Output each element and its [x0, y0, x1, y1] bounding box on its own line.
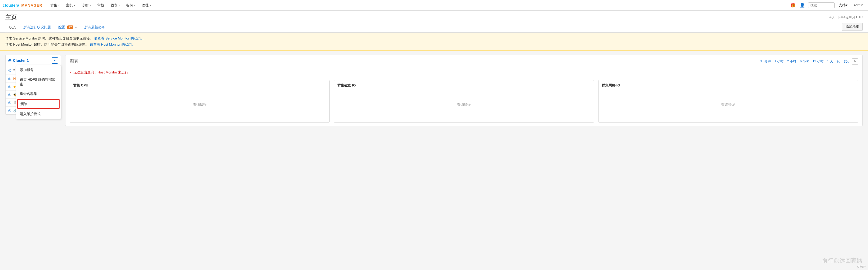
- tab-config[interactable]: 配置 27 ▾: [55, 23, 81, 32]
- nav-right-area: 🎁 👤 支持 ▾ admin: [789, 2, 865, 9]
- tabs-row: 状态 所有运行状况问题 配置 27 ▾ 所有最新命令 添加群集: [5, 23, 863, 32]
- time-btn-1h[interactable]: 1 小时: [773, 59, 784, 64]
- time-btn-30d[interactable]: 30d: [843, 59, 850, 64]
- cluster-status-icon: ◎: [8, 58, 11, 62]
- chevron-down-icon: ▾: [74, 4, 75, 7]
- nav-host[interactable]: 主机 ▾: [63, 0, 78, 10]
- time-btn-12h[interactable]: 12 小时: [812, 59, 825, 64]
- support-button[interactable]: 支持 ▾: [837, 2, 850, 9]
- search-input[interactable]: [808, 2, 835, 8]
- edit-charts-button[interactable]: ✎: [852, 58, 858, 65]
- service-status-icon: ◎: [8, 85, 11, 88]
- nav-diagnostic[interactable]: 诊断 ▾: [79, 0, 94, 10]
- chart-card-disk: 群集磁盘 IO 查询错误: [334, 80, 594, 123]
- tab-commands[interactable]: 所有最新命令: [81, 23, 108, 32]
- warning-host-monitor: 请求 Host Monitor 超时。这可能会导致页面响应缓慢。 请查看 Hos…: [5, 42, 863, 48]
- chevron-down-icon: ▾: [58, 4, 60, 7]
- cluster-dropdown-button[interactable]: ▾: [52, 57, 58, 64]
- nav-manage[interactable]: 管理 ▾: [139, 0, 154, 10]
- chevron-down-icon: ▾: [150, 4, 151, 7]
- page-time: 今天, 下午4点48分 UTC: [829, 15, 863, 20]
- nav-backup[interactable]: 备份 ▾: [123, 0, 138, 10]
- host-monitor-link[interactable]: 请查看 Host Monitor 的状态。: [90, 43, 135, 47]
- chart-error-banner: • 无法发出查询：Host Monitor 未运行: [70, 68, 858, 77]
- chart-cpu-error: 查询错误: [73, 90, 326, 119]
- dropdown-maintenance[interactable]: 进入维护模式: [16, 109, 61, 119]
- chevron-down-icon: ▾: [134, 4, 135, 7]
- time-btn-6h[interactable]: 6 小时: [799, 59, 810, 64]
- hdfs-icon: ◆: [13, 85, 16, 88]
- hbase-icon: H: [13, 77, 16, 81]
- warning-service-monitor: 请求 Service Monitor 超时。这可能会导致页面响应缓慢。 请查看 …: [5, 35, 863, 42]
- time-btn-1d[interactable]: 1 天: [826, 59, 834, 64]
- logo-cloudera: cloudera: [3, 3, 19, 7]
- dropdown-hdfs-encrypt[interactable]: 设置 HDFS 静态数据加密: [16, 75, 61, 89]
- logo-area: cloudera MANAGER: [3, 3, 42, 7]
- chevron-down-icon: ▾: [846, 3, 847, 7]
- warning-banner: 请求 Service Monitor 超时。这可能会导致页面响应缓慢。 请查看 …: [0, 33, 868, 51]
- add-cluster-button[interactable]: 添加群集: [842, 23, 863, 31]
- nav-audit[interactable]: 审核: [95, 0, 107, 10]
- host-icon: ≡: [13, 68, 16, 72]
- admin-button[interactable]: admin: [852, 2, 865, 9]
- dropdown-rename[interactable]: 重命名群集: [16, 89, 61, 99]
- service-status-icon: ◎: [8, 77, 11, 81]
- time-controls: 30 分钟 1 小时 2 小时 6 小时 12 小时 1 天 7d 30d ✎: [759, 58, 858, 65]
- charts-title: 图表: [70, 59, 78, 64]
- tab-status[interactable]: 状态: [5, 23, 20, 32]
- cluster-header: ◎ Cluster 1 ▾: [5, 55, 61, 66]
- chart-disk-error: 查询错误: [337, 90, 590, 119]
- time-btn-2h[interactable]: 2 小时: [786, 59, 797, 64]
- chart-card-cpu: 群集 CPU 查询错误: [70, 80, 330, 123]
- chart-network-error: 查询错误: [602, 90, 855, 119]
- service-status-icon: ◎: [8, 108, 11, 112]
- config-badge: 27: [67, 25, 73, 29]
- service-monitor-link[interactable]: 请查看 Service Monitor 的状态。: [94, 36, 144, 40]
- error-bullet-icon: •: [70, 70, 71, 74]
- left-panel: ◎ Cluster 1 ▾ 添加服务 设置 HDFS 静态数据加密 重命名群集 …: [5, 55, 61, 126]
- cluster-dropdown-menu: 添加服务 设置 HDFS 静态数据加密 重命名群集 删除 进入维护模式: [16, 65, 61, 119]
- dropdown-add-service[interactable]: 添加服务: [16, 65, 61, 75]
- chart-cpu-title: 群集 CPU: [73, 83, 326, 88]
- dropdown-delete[interactable]: 删除: [17, 99, 60, 109]
- user-icon[interactable]: 👤: [799, 2, 806, 9]
- chart-card-network: 群集网络 IO 查询错误: [598, 80, 858, 123]
- logo-manager: MANAGER: [22, 3, 42, 7]
- tab-health[interactable]: 所有运行状况问题: [20, 23, 55, 32]
- chart-grid: 群集 CPU 查询错误 群集磁盘 IO 查询错误 群集网络 IO 查询错误: [70, 80, 858, 123]
- main-content: ◎ Cluster 1 ▾ 添加服务 设置 HDFS 静态数据加密 重命名群集 …: [0, 51, 868, 130]
- chart-network-title: 群集网络 IO: [602, 83, 855, 88]
- top-navigation: cloudera MANAGER 群集 ▾ 主机 ▾ 诊断 ▾ 审核 图表 ▾ …: [0, 0, 868, 10]
- charts-header: 图表 30 分钟 1 小时 2 小时 6 小时 12 小时 1 天 7d 30d…: [70, 58, 858, 65]
- service-status-icon: ◎: [8, 92, 11, 97]
- nav-charts[interactable]: 图表 ▾: [108, 0, 122, 10]
- gift-icon[interactable]: 🎁: [789, 2, 797, 9]
- service-status-icon: ◎: [8, 101, 11, 105]
- chevron-down-icon: ▾: [90, 4, 91, 7]
- chevron-down-icon: ▾: [118, 4, 120, 7]
- cluster-name[interactable]: ◎ Cluster 1: [8, 58, 29, 62]
- charts-panel: 图表 30 分钟 1 小时 2 小时 6 小时 12 小时 1 天 7d 30d…: [65, 55, 863, 126]
- page-title: 主页: [5, 13, 17, 21]
- page-tabs: 状态 所有运行状况问题 配置 27 ▾ 所有最新命令: [5, 23, 108, 32]
- time-btn-7d[interactable]: 7d: [836, 59, 841, 64]
- page-title-row: 主页 今天, 下午4点48分 UTC: [5, 13, 863, 23]
- nav-cluster[interactable]: 群集 ▾: [48, 0, 62, 10]
- page-header: 主页 今天, 下午4点48分 UTC 状态 所有运行状况问题 配置 27 ▾ 所…: [0, 10, 868, 33]
- config-chevron-icon: ▾: [75, 26, 77, 29]
- chart-disk-title: 群集磁盘 IO: [337, 83, 590, 88]
- service-status-icon: ◎: [8, 68, 11, 72]
- time-btn-30min[interactable]: 30 分钟: [759, 59, 772, 64]
